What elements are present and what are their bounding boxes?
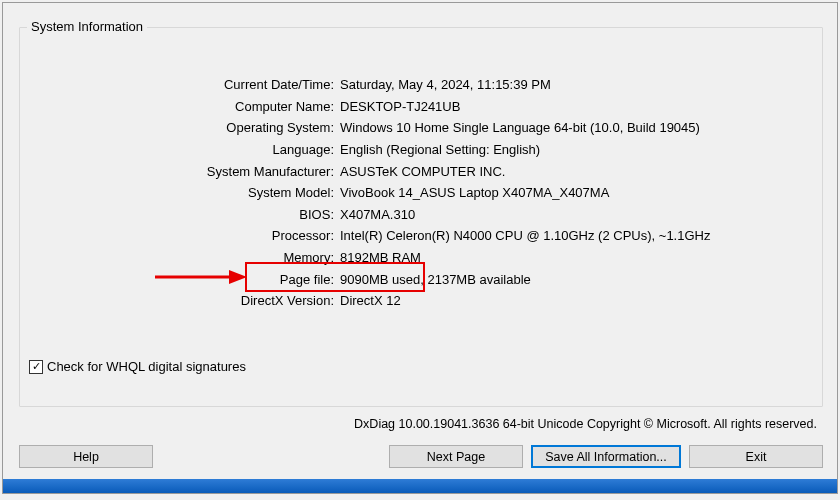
info-row: Current Date/Time:Saturday, May 4, 2024,… bbox=[44, 74, 808, 96]
info-row: System Manufacturer:ASUSTeK COMPUTER INC… bbox=[44, 160, 808, 182]
info-value: VivoBook 14_ASUS Laptop X407MA_X407MA bbox=[340, 185, 609, 200]
info-label: BIOS: bbox=[44, 207, 340, 222]
info-label: Processor: bbox=[44, 228, 340, 243]
info-row: Computer Name:DESKTOP-TJ241UB bbox=[44, 96, 808, 118]
info-value: ASUSTeK COMPUTER INC. bbox=[340, 164, 505, 179]
next-page-button[interactable]: Next Page bbox=[389, 445, 523, 468]
info-row: Operating System:Windows 10 Home Single … bbox=[44, 117, 808, 139]
info-row: Processor:Intel(R) Celeron(R) N4000 CPU … bbox=[44, 225, 808, 247]
help-button[interactable]: Help bbox=[19, 445, 153, 468]
info-value: 8192MB RAM bbox=[340, 250, 421, 265]
info-value: Intel(R) Celeron(R) N4000 CPU @ 1.10GHz … bbox=[340, 228, 710, 243]
copyright-text: DxDiag 10.00.19041.3636 64-bit Unicode C… bbox=[354, 417, 817, 431]
info-label: Computer Name: bbox=[44, 99, 340, 114]
taskbar bbox=[3, 479, 837, 493]
info-label: System Model: bbox=[44, 185, 340, 200]
system-info-group: Current Date/Time:Saturday, May 4, 2024,… bbox=[19, 27, 823, 407]
save-all-button[interactable]: Save All Information... bbox=[531, 445, 681, 468]
info-value: Saturday, May 4, 2024, 11:15:39 PM bbox=[340, 77, 551, 92]
info-row: DirectX Version:DirectX 12 bbox=[44, 290, 808, 312]
info-row: Memory:8192MB RAM bbox=[44, 247, 808, 269]
info-value: 9090MB used, 2137MB available bbox=[340, 272, 531, 287]
group-title: System Information bbox=[27, 19, 147, 34]
info-value: DESKTOP-TJ241UB bbox=[340, 99, 460, 114]
info-value: X407MA.310 bbox=[340, 207, 415, 222]
whql-checkbox-row[interactable]: ✓ Check for WHQL digital signatures bbox=[29, 359, 246, 374]
info-value: Windows 10 Home Single Language 64-bit (… bbox=[340, 120, 700, 135]
info-label: Language: bbox=[44, 142, 340, 157]
info-label: Current Date/Time: bbox=[44, 77, 340, 92]
whql-checkbox-label: Check for WHQL digital signatures bbox=[47, 359, 246, 374]
info-row: Page file:9090MB used, 2137MB available bbox=[44, 268, 808, 290]
dxdiag-window: System Information Current Date/Time:Sat… bbox=[2, 2, 838, 494]
info-label: Operating System: bbox=[44, 120, 340, 135]
info-label: Page file: bbox=[44, 272, 340, 287]
info-value: DirectX 12 bbox=[340, 293, 401, 308]
button-bar: Help Next Page Save All Information... E… bbox=[19, 445, 823, 471]
info-label: DirectX Version: bbox=[44, 293, 340, 308]
system-info-rows: Current Date/Time:Saturday, May 4, 2024,… bbox=[44, 74, 808, 312]
info-row: System Model:VivoBook 14_ASUS Laptop X40… bbox=[44, 182, 808, 204]
info-label: System Manufacturer: bbox=[44, 164, 340, 179]
checkbox-icon[interactable]: ✓ bbox=[29, 360, 43, 374]
info-row: Language:English (Regional Setting: Engl… bbox=[44, 139, 808, 161]
exit-button[interactable]: Exit bbox=[689, 445, 823, 468]
info-value: English (Regional Setting: English) bbox=[340, 142, 540, 157]
info-row: BIOS:X407MA.310 bbox=[44, 204, 808, 226]
info-label: Memory: bbox=[44, 250, 340, 265]
